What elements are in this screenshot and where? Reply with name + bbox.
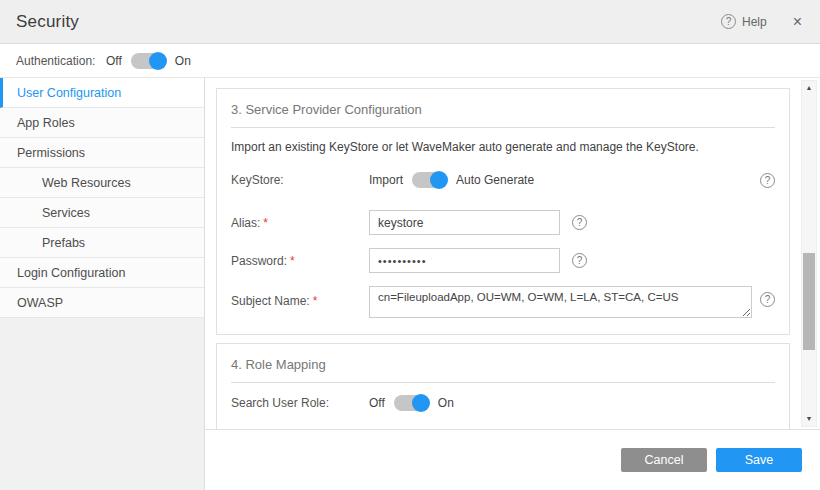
alias-help-icon[interactable]: ? — [572, 215, 587, 230]
sidebar-item-label: Web Resources — [42, 176, 131, 190]
search-user-role-toggle-knob — [412, 394, 430, 412]
alias-label: Alias:* — [231, 216, 369, 230]
keystore-toggle-knob — [430, 171, 448, 189]
dialog-footer: Cancel Save — [205, 430, 820, 490]
subject-name-help-icon[interactable]: ? — [760, 292, 775, 307]
sidebar-item-services[interactable]: Services — [0, 198, 204, 228]
required-asterisk: * — [290, 254, 295, 268]
keystore-import-label[interactable]: Import — [369, 173, 403, 187]
sidebar-item-label: User Configuration — [17, 86, 121, 100]
keystore-description: Import an existing KeyStore or let WaveM… — [231, 140, 775, 154]
vertical-scrollbar[interactable]: ▲ ▼ — [801, 80, 817, 427]
content-column: 3. Service Provider Configuration Import… — [205, 78, 820, 490]
authentication-on-label[interactable]: On — [175, 54, 191, 68]
search-user-role-off-label[interactable]: Off — [369, 396, 385, 410]
search-user-role-toggle[interactable] — [394, 395, 429, 411]
sidebar-filler — [0, 318, 204, 490]
settings-cards: 3. Service Provider Configuration Import… — [216, 88, 790, 430]
subject-name-label: Subject Name:* — [231, 286, 369, 308]
keystore-label: KeyStore: — [231, 173, 369, 187]
sidebar-item-label: OWASP — [17, 296, 63, 310]
alias-input[interactable] — [369, 210, 560, 235]
sidebar-item-app-roles[interactable]: App Roles — [0, 108, 204, 138]
sidebar: User Configuration App Roles Permissions… — [0, 78, 205, 490]
search-user-role-row: Search User Role: Off On — [231, 395, 775, 411]
password-row: Password:* ? — [231, 248, 775, 273]
search-user-role-switch: Off On — [369, 395, 454, 411]
sidebar-item-owasp[interactable]: OWASP — [0, 288, 204, 318]
section-divider — [231, 127, 775, 128]
section-divider — [231, 382, 775, 383]
keystore-autogenerate-label[interactable]: Auto Generate — [456, 173, 534, 187]
page-title: Security — [16, 12, 79, 32]
help-icon[interactable]: ? — [721, 14, 736, 29]
alias-row: Alias:* ? — [231, 210, 775, 235]
scrollbar-thumb[interactable] — [803, 253, 815, 350]
password-label: Password:* — [231, 254, 369, 268]
authentication-toggle-knob — [149, 52, 167, 70]
password-help-icon[interactable]: ? — [572, 253, 587, 268]
sidebar-item-login-configuration[interactable]: Login Configuration — [0, 258, 204, 288]
sidebar-item-prefabs[interactable]: Prefabs — [0, 228, 204, 258]
sidebar-item-label: Permissions — [17, 146, 85, 160]
sidebar-item-label: Login Configuration — [17, 266, 125, 280]
help-button[interactable]: ? Help — [721, 14, 767, 29]
authentication-switch: Off On — [106, 53, 191, 69]
search-user-role-on-label[interactable]: On — [438, 396, 454, 410]
titlebar: Security ? Help × — [0, 0, 820, 44]
service-provider-configuration-section: 3. Service Provider Configuration Import… — [216, 88, 790, 335]
keystore-help-icon[interactable]: ? — [760, 173, 775, 188]
authentication-off-label[interactable]: Off — [106, 54, 122, 68]
authentication-row: Authentication: Off On — [0, 44, 820, 78]
scroll-up-icon[interactable]: ▲ — [802, 81, 816, 95]
authentication-toggle[interactable] — [131, 53, 166, 69]
sidebar-item-permissions[interactable]: Permissions — [0, 138, 204, 168]
subject-name-row: Subject Name:* cn=FileuploadApp, OU=WM, … — [231, 286, 775, 318]
sidebar-item-label: App Roles — [17, 116, 75, 130]
close-icon[interactable]: × — [793, 14, 802, 30]
save-button[interactable]: Save — [716, 448, 802, 472]
cancel-button[interactable]: Cancel — [621, 448, 707, 472]
scroll-down-icon[interactable]: ▼ — [802, 412, 816, 426]
keystore-row: KeyStore: Import Auto Generate ? — [231, 172, 775, 188]
required-asterisk: * — [313, 294, 318, 308]
sidebar-item-user-configuration[interactable]: User Configuration — [0, 78, 204, 108]
required-asterisk: * — [263, 216, 268, 230]
settings-scroll-area: 3. Service Provider Configuration Import… — [205, 78, 820, 430]
search-user-role-label: Search User Role: — [231, 396, 369, 410]
role-mapping-section: 4. Role Mapping Search User Role: Off On — [216, 343, 790, 430]
password-input[interactable] — [369, 248, 560, 273]
section-title: 3. Service Provider Configuration — [231, 102, 775, 117]
section-title: 4. Role Mapping — [231, 357, 775, 372]
sidebar-item-label: Services — [42, 206, 90, 220]
help-label[interactable]: Help — [742, 15, 767, 29]
keystore-toggle[interactable] — [412, 172, 447, 188]
keystore-switch: Import Auto Generate — [369, 172, 534, 188]
subject-name-textarea[interactable]: cn=FileuploadApp, OU=WM, O=WM, L=LA, ST=… — [369, 286, 752, 318]
dialog-body: User Configuration App Roles Permissions… — [0, 78, 820, 490]
authentication-label: Authentication: — [16, 54, 106, 68]
sidebar-item-label: Prefabs — [42, 236, 85, 250]
sidebar-item-web-resources[interactable]: Web Resources — [0, 168, 204, 198]
security-dialog: Security ? Help × Authentication: Off On… — [0, 0, 820, 490]
